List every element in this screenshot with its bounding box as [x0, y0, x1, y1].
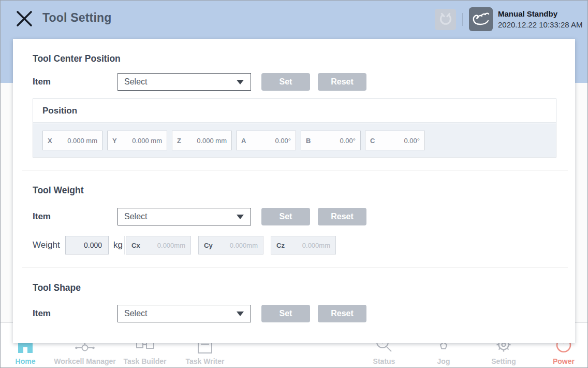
shape-item-label: Item	[33, 305, 51, 322]
position-field-a: A 0.00°	[236, 131, 296, 150]
gripper-tool-icon[interactable]	[435, 9, 456, 30]
field-label: Z	[177, 137, 181, 145]
section-divider	[22, 171, 568, 171]
robot-status: Manual Standby 2020.12.22 10:33:28 AM	[498, 9, 582, 30]
chevron-down-icon	[237, 215, 244, 219]
status-mode: Manual Standby	[498, 9, 582, 19]
weight-set-button[interactable]: Set	[261, 208, 310, 225]
field-label: B	[306, 137, 311, 145]
field-label: X	[48, 137, 52, 145]
weight-reset-button[interactable]: Reset	[318, 208, 366, 225]
field-value: 0.00°	[340, 137, 356, 145]
position-panel-title: Position	[33, 99, 556, 123]
field-value: 0.000 mm	[132, 137, 162, 145]
close-icon[interactable]	[14, 9, 34, 29]
weight-item-select-value: Select	[124, 212, 147, 221]
shape-reset-button[interactable]: Reset	[318, 305, 366, 322]
tcp-set-button[interactable]: Set	[261, 73, 310, 91]
field-label: Cy	[204, 242, 213, 249]
tcp-item-select-value: Select	[124, 77, 147, 86]
field-value: 0.00°	[404, 137, 420, 145]
position-field-x: X 0.000 mm	[42, 131, 102, 150]
weight-label: Weight	[33, 236, 60, 254]
position-panel-body: X 0.000 mm Y 0.000 mm Z 0.000 mm A 0.00°…	[33, 123, 556, 157]
cog-field-cz: Cz 0.000mm	[271, 236, 336, 254]
nav-label: Task Writer	[169, 357, 241, 365]
position-panel: Position X 0.000 mm Y 0.000 mm Z 0.000 m…	[33, 98, 556, 158]
manual-mode-hand-icon[interactable]	[469, 7, 493, 31]
tcp-item-select[interactable]: Select	[117, 73, 251, 91]
weight-item-label: Item	[33, 208, 51, 225]
shape-set-button[interactable]: Set	[261, 305, 310, 322]
tcp-reset-button[interactable]: Reset	[318, 73, 366, 91]
weight-item-select[interactable]: Select	[117, 208, 251, 225]
field-label: Y	[112, 137, 117, 145]
status-timestamp: 2020.12.22 10:33:28 AM	[498, 19, 582, 30]
field-label: C	[370, 137, 375, 145]
tcp-item-label: Item	[33, 73, 51, 91]
position-field-b: B 0.00°	[301, 131, 361, 150]
field-value: 0.000mm	[302, 242, 330, 249]
cog-field-cx: Cx 0.000mm	[126, 236, 191, 254]
shape-item-select-value: Select	[124, 309, 147, 318]
field-value: 0.00°	[275, 137, 291, 145]
section-title-tool-center-position: Tool Center Position	[33, 53, 121, 64]
field-value: 0.000 mm	[197, 137, 227, 145]
page-title: Tool Setting	[42, 11, 112, 25]
section-divider	[22, 267, 568, 268]
field-label: Cx	[131, 242, 140, 249]
weight-input[interactable]	[65, 236, 109, 254]
header-divider	[462, 13, 463, 26]
position-field-y: Y 0.000 mm	[107, 131, 167, 150]
field-value: 0.000mm	[230, 242, 258, 249]
field-label: Cz	[276, 242, 285, 249]
chevron-down-icon	[237, 312, 244, 316]
cog-field-cy: Cy 0.000mm	[198, 236, 263, 254]
section-title-tool-shape: Tool Shape	[33, 282, 81, 293]
weight-divider	[124, 236, 125, 254]
nav-label: Power	[527, 357, 588, 365]
field-label: A	[241, 137, 246, 145]
field-value: 0.000mm	[157, 242, 185, 249]
weight-unit: kg	[113, 236, 123, 254]
position-field-z: Z 0.000 mm	[172, 131, 232, 150]
field-value: 0.000 mm	[67, 137, 97, 145]
position-field-c: C 0.00°	[365, 131, 425, 150]
chevron-down-icon	[237, 80, 244, 84]
tool-setting-panel: Tool Center Position Item Select Set Res…	[13, 39, 575, 343]
shape-item-select[interactable]: Select	[117, 305, 251, 322]
section-title-tool-weight: Tool Weight	[33, 185, 84, 196]
